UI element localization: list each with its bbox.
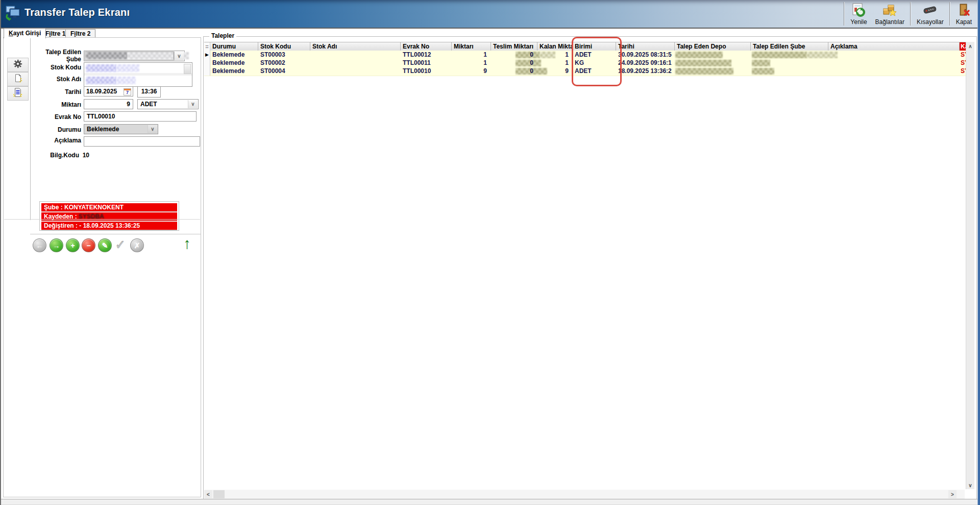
col-header-durumu[interactable]: Durumu — [210, 42, 258, 51]
quantity-value: 9 — [127, 101, 130, 108]
chevron-down-icon[interactable]: ∨ — [148, 125, 157, 133]
col-header-talep-eden-depo[interactable]: Talep Eden Depo — [675, 42, 751, 51]
scroll-up-button[interactable]: ∧ — [966, 42, 974, 50]
cell-teslim: 0 — [491, 51, 537, 59]
cell-kaydeden: SYS — [960, 51, 966, 59]
row-indicator-empty — [204, 67, 210, 76]
requests-caption: Talepler — [209, 32, 236, 39]
cell-stok-kodu: ST00004 — [258, 67, 310, 75]
requests-groupbox — [203, 36, 977, 500]
document-no-value: TTL00010 — [87, 113, 115, 120]
app-icon — [5, 5, 21, 24]
redacted-sube — [752, 52, 807, 58]
label-stok-adi: Stok Adı — [4, 76, 81, 83]
close-button[interactable]: Kapat — [952, 1, 976, 27]
redacted-depo — [675, 68, 733, 75]
refresh-button[interactable]: Yenile — [846, 1, 871, 27]
scrollbar-thumb[interactable] — [213, 490, 225, 498]
requested-branch-combobox[interactable]: ∨ — [84, 51, 185, 61]
redacted-stok-kodu — [116, 64, 139, 72]
quantity-field[interactable]: 9 — [84, 99, 133, 109]
cell-miktari: 1 — [452, 59, 491, 67]
cell-miktari: 1 — [452, 51, 491, 59]
cell-kalan: 1 — [537, 51, 573, 59]
document-no-field[interactable]: TTL00010 — [84, 111, 197, 122]
refresh-label: Yenile — [850, 18, 867, 26]
date-field[interactable]: 18.09.2025 7 — [84, 86, 133, 97]
redacted-sube — [752, 60, 770, 66]
connections-icon — [882, 3, 897, 18]
tab-accel: K — [9, 30, 13, 37]
chevron-down-icon[interactable]: ∨ — [188, 100, 198, 108]
connections-label: Bağlantılar — [875, 18, 904, 26]
label-bilg-kodu: Bilg.Kodu 10 — [4, 152, 89, 159]
col-header-tarihi[interactable]: Tarihi — [616, 42, 675, 51]
redacted-depo — [675, 52, 723, 58]
cell-stok-kodu: ST00002 — [258, 59, 310, 67]
chevron-down-icon[interactable]: ∨ — [174, 52, 184, 60]
record-entry-panel: Talep Edilen Şube Stok Kodu Stok Adı Tar… — [3, 37, 201, 497]
col-header-aciklama[interactable]: Açıklama — [828, 42, 960, 51]
add-record-button[interactable]: + — [66, 238, 80, 252]
cancel-edit-button[interactable]: ✗ — [130, 238, 144, 252]
cell-teslim: 0 — [491, 67, 537, 75]
stock-lookup-box[interactable] — [84, 62, 192, 87]
cell-kaydeden: SYS — [960, 59, 966, 67]
tab-label: ayıt Girişi — [13, 30, 41, 37]
indicator-column-header[interactable]: :: — [204, 42, 210, 51]
confirm-button[interactable]: ✓ — [114, 238, 127, 251]
scroll-right-button[interactable]: > — [948, 490, 957, 498]
col-header-kalan[interactable]: Kalan Miktar — [537, 42, 573, 51]
toolbar-separator — [910, 2, 911, 26]
grid-horizontal-scrollbar[interactable]: < > — [204, 490, 965, 499]
row-indicator: ▶ — [204, 51, 210, 59]
label-miktari: Miktarı — [4, 101, 81, 108]
arrow-right-icon: → — [53, 242, 60, 250]
nav-prev-button[interactable]: ← — [33, 238, 46, 252]
arrow-left-icon: ← — [36, 242, 43, 250]
toolbar-separator — [844, 2, 845, 26]
plus-icon: + — [70, 242, 75, 250]
calendar-icon[interactable]: 7 — [124, 88, 131, 95]
shortcuts-button[interactable]: Kısayollar — [913, 1, 948, 27]
col-header-kaydeden[interactable]: Kay — [960, 42, 966, 51]
grid-vertical-scrollbar[interactable]: ∧ ∨ — [966, 42, 974, 489]
scroll-left-button[interactable]: < — [204, 490, 212, 498]
cell-tarihi: 18.09.2025 13:36:2 — [616, 67, 675, 75]
scroll-down-button[interactable]: ∨ — [966, 481, 974, 489]
nav-next-button[interactable]: → — [50, 238, 63, 252]
description-field[interactable] — [84, 136, 200, 147]
label-talep-edilen-sube: Talep Edilen Şube — [4, 49, 81, 63]
cell-kalan: 9 — [537, 67, 573, 75]
status-combobox[interactable]: Beklemede ∨ — [84, 124, 158, 134]
redacted-stok-adi — [116, 77, 136, 84]
unit-combobox[interactable]: ADET ∨ — [137, 99, 199, 109]
tab-kayit-girisi[interactable]: Kayıt Girişi — [4, 28, 46, 38]
window-border-left — [0, 0, 1, 505]
post-button[interactable]: ↑ — [183, 236, 191, 251]
tab-label: ltre 2 — [76, 30, 91, 37]
header-toolbar: Yenile Bağlantılar — [842, 1, 976, 27]
col-header-stok-kodu[interactable]: Stok Kodu — [258, 42, 310, 51]
x-icon: ✗ — [134, 242, 140, 250]
lookup-button[interactable] — [184, 64, 191, 74]
cell-kalan: 1 — [537, 59, 573, 67]
cell-durumu: Beklemede — [210, 67, 258, 75]
cell-evrak-no: TTL00012 — [401, 51, 452, 59]
record-info-panel: Şube : KONYATEKNOKENT Kaydeden : SYSDBA … — [39, 201, 179, 231]
arrow-up-icon: ↑ — [183, 235, 191, 252]
col-header-miktari[interactable]: Miktarı — [452, 42, 491, 51]
window-border-bottom[interactable] — [0, 499, 980, 505]
col-header-stok-adi[interactable]: Stok Adı — [310, 42, 401, 51]
col-header-evrak-no[interactable]: Evrak No — [401, 42, 452, 51]
time-field[interactable]: 13:36 — [137, 86, 161, 98]
connections-button[interactable]: Bağlantılar — [871, 1, 909, 27]
delete-record-button[interactable]: − — [82, 238, 95, 252]
col-header-teslim[interactable]: Teslim Miktarı — [491, 42, 537, 51]
birimi-highlight-annotation — [572, 37, 622, 86]
col-header-talep-edilen-sube[interactable]: Talep Edilen Şube — [751, 42, 828, 51]
minus-icon: − — [86, 242, 90, 250]
cell-durumu: Beklemede — [210, 59, 258, 67]
label-stok-kodu: Stok Kodu — [4, 64, 81, 71]
edit-record-button[interactable]: ✎ — [98, 238, 112, 252]
